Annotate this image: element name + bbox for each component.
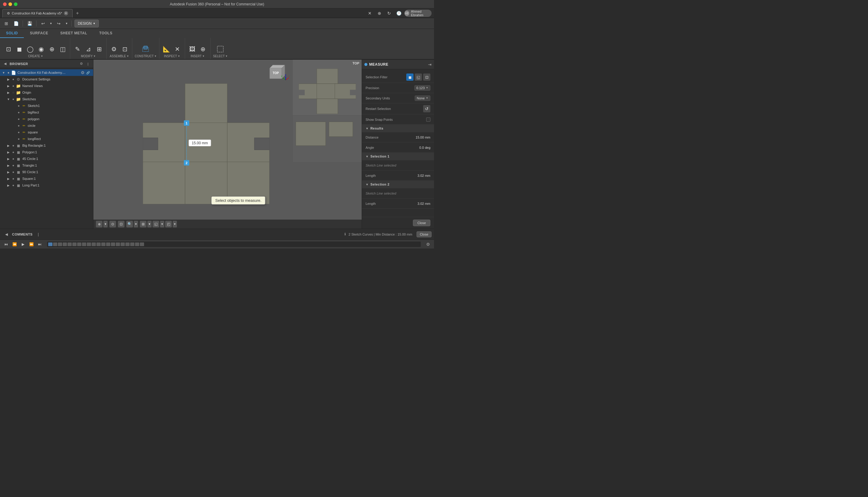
fillet-icon[interactable]: ⊿ <box>83 44 93 54</box>
redo-dropdown[interactable]: ▼ <box>65 19 69 27</box>
secondary-units-select[interactable]: None ▼ <box>415 96 430 101</box>
vis-icon-polygon[interactable]: ● <box>16 116 21 122</box>
canvas-display-button[interactable]: ◱ <box>153 221 159 227</box>
tab-solid[interactable]: SOLID <box>0 29 24 38</box>
play-button[interactable]: ▶ <box>19 241 27 248</box>
canvas-display-dropdown[interactable]: ▼ <box>160 221 164 227</box>
save-icon[interactable]: 💾 <box>26 19 33 27</box>
tree-item-longRect[interactable]: ● ✏ longRect <box>0 136 93 142</box>
tree-item-named-views[interactable]: ▶ ● 📁 Named Views <box>0 83 93 89</box>
vis-icon-triangle1[interactable]: ● <box>11 163 16 168</box>
timeline-marker-12[interactable] <box>101 242 106 246</box>
assemble-label[interactable]: ASSEMBLE ▼ <box>110 55 129 58</box>
plane-icon[interactable] <box>141 44 150 54</box>
vis-icon-big-rect[interactable]: ● <box>11 143 16 148</box>
component-icon[interactable]: ⊡ <box>120 44 130 54</box>
select-label[interactable]: SELECT ▼ <box>213 55 228 58</box>
undo-button[interactable]: ↩ <box>39 19 47 27</box>
timeline-marker-19[interactable] <box>135 242 139 246</box>
joint-icon[interactable]: ⚙ <box>109 44 119 54</box>
last-frame-button[interactable]: ⏭ <box>36 241 43 248</box>
timeline-marker-13[interactable] <box>106 242 110 246</box>
results-section-header[interactable]: ▼ Results <box>362 125 434 132</box>
tree-item-square[interactable]: ● ✏ square <box>0 129 93 136</box>
viewcube-area[interactable]: TOP X Y Z <box>262 62 289 83</box>
canvas-orbit-button[interactable]: ⊙ <box>109 221 116 227</box>
vis-icon-sketch1[interactable]: ● <box>16 103 21 108</box>
tab-tools[interactable]: TOOLS <box>93 29 118 38</box>
interference-icon[interactable]: ✕ <box>173 44 182 54</box>
comments-pin-button[interactable]: | <box>34 230 42 238</box>
create-label[interactable]: CREATE ▼ <box>28 55 43 58</box>
canvas-zoom-button[interactable]: 🔍 <box>126 221 133 227</box>
canvas-render-button[interactable]: ◰ <box>165 221 172 227</box>
canvas-view-button[interactable]: ⊞ <box>140 221 146 227</box>
undo-dropdown[interactable]: ▼ <box>49 19 53 27</box>
vis-icon-origin[interactable]: ○ <box>11 90 16 95</box>
tree-item-root[interactable]: ▼ ● 📄 Construction Kit Fab Academy.... ⚙… <box>0 69 93 76</box>
timeline-marker-16[interactable] <box>121 242 125 246</box>
measure-close-button[interactable]: Close <box>413 219 430 226</box>
filter-surface-icon[interactable]: ◱ <box>415 73 422 81</box>
vis-icon-doc[interactable]: ● <box>11 77 16 82</box>
prev-frame-button[interactable]: ⏪ <box>11 241 18 248</box>
vis-icon-longRect[interactable]: ● <box>16 137 21 141</box>
timeline-area[interactable] <box>47 242 421 247</box>
root-settings-icon[interactable]: ⚙ <box>80 70 85 75</box>
tree-item-circle-90[interactable]: ▶ ● ◼ 90 Circle:1 <box>0 169 93 175</box>
comments-collapse-button[interactable]: ◀ <box>2 230 10 238</box>
tab-close-button[interactable]: ✕ <box>64 11 68 15</box>
vis-icon-square1[interactable]: ● <box>11 176 16 181</box>
canvas-zoom-fit-button[interactable]: ⊡ <box>118 221 125 227</box>
tree-item-polygon-1[interactable]: ▶ ● ◼ Polygon:1 <box>0 149 93 155</box>
tree-item-doc-settings[interactable]: ▶ ● ⚙ Document Settings <box>0 76 93 83</box>
timeline-settings-button[interactable]: ⚙ <box>424 241 432 248</box>
panel-expand-button[interactable]: ⇥ <box>428 62 432 67</box>
timeline-marker-2[interactable] <box>53 242 57 246</box>
root-link-icon[interactable]: 🔗 <box>85 70 91 75</box>
tab-surface[interactable]: SURFACE <box>24 29 54 38</box>
tree-item-polygon[interactable]: ● ✏ polygon <box>0 116 93 122</box>
hole-icon[interactable]: ◉ <box>36 44 46 54</box>
canvas-area[interactable]: 1 2 15.00 mm Select objects to measure. … <box>94 60 362 229</box>
new-tab-button[interactable]: + <box>74 10 81 17</box>
selection2-section-header[interactable]: ▼ Selection 2 <box>362 181 434 188</box>
timeline-marker-18[interactable] <box>130 242 135 246</box>
create-more-icon[interactable]: ◫ <box>58 44 68 54</box>
vis-icon-long-part[interactable]: ● <box>11 183 16 188</box>
timeline-marker-7[interactable] <box>77 242 81 246</box>
tree-item-triangle-1[interactable]: ▶ ● ◼ Triangle:1 <box>0 162 93 169</box>
tree-item-sketch1[interactable]: ● ✏ Sketch1 <box>0 102 93 109</box>
restart-selection-button[interactable]: ↺ <box>423 105 430 112</box>
timeline-marker-4[interactable] <box>63 242 67 246</box>
filter-solid-icon[interactable]: ◼ <box>406 73 414 81</box>
construct-label[interactable]: CONSTRUCT ▼ <box>135 55 157 58</box>
filter-edge-icon[interactable]: ⊡ <box>423 73 430 81</box>
timeline-marker-11[interactable] <box>96 242 101 246</box>
vis-icon-circle90[interactable]: ● <box>11 170 16 174</box>
pattern-icon[interactable]: ⊕ <box>47 44 57 54</box>
next-frame-button[interactable]: ⏩ <box>28 241 35 248</box>
timeline-marker-3[interactable] <box>58 242 62 246</box>
grid-icon[interactable]: ⊞ <box>2 19 10 27</box>
timeline-marker-17[interactable] <box>125 242 130 246</box>
first-frame-button[interactable]: ⏮ <box>2 241 10 248</box>
tree-item-sketches[interactable]: ▼ ● 📁 Sketches <box>0 96 93 102</box>
revolve-icon[interactable]: ◯ <box>25 44 35 54</box>
vis-icon-root[interactable]: ● <box>6 70 11 75</box>
canvas-snap-dropdown[interactable]: ▼ <box>103 221 108 227</box>
user-profile[interactable]: AE Ahmed Ebrahim <box>405 10 432 17</box>
timeline-marker-1[interactable] <box>48 242 53 246</box>
vis-icon-sketches[interactable]: ● <box>11 97 16 101</box>
canvas-render-dropdown[interactable]: ▼ <box>173 221 177 227</box>
browser-pin-button[interactable]: | <box>85 61 91 67</box>
snap-points-checkbox[interactable] <box>426 117 430 122</box>
vis-icon-polygon1[interactable]: ● <box>11 150 16 155</box>
tree-item-big-rect-1[interactable]: ▶ ● ◼ Big Rectangle:1 <box>0 142 93 149</box>
vis-icon-circle[interactable]: ● <box>16 123 21 128</box>
extrude-icon[interactable]: ◼ <box>14 44 24 54</box>
timeline-marker-20[interactable] <box>140 242 144 246</box>
decal-icon[interactable]: ⊕ <box>198 44 208 54</box>
press-pull-icon[interactable]: ✎ <box>73 44 82 54</box>
design-dropdown[interactable]: DESIGN ▼ <box>74 19 99 27</box>
